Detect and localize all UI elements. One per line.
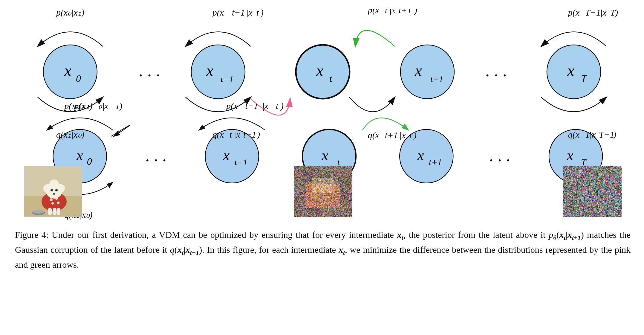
caption-q: q xyxy=(170,245,175,255)
caption-p-theta: p xyxy=(549,230,553,240)
svg-point-24 xyxy=(33,210,45,214)
caption-container: Figure 4: Under our first derivation, a … xyxy=(15,218,631,272)
svg-point-19 xyxy=(49,179,59,189)
noise-canvas xyxy=(563,166,622,217)
label-q-xt+1-xt: q(x xyxy=(368,130,380,140)
label-p-xt-1-xt: p(x xyxy=(212,9,224,18)
text-xt: x xyxy=(316,62,323,80)
svg-rect-15 xyxy=(57,208,60,215)
image-noisy xyxy=(294,166,352,217)
label-q-xT-xT-1-sub2: T−1 xyxy=(599,130,614,139)
label-p-xT-1-xT-sub: T−1 xyxy=(585,9,601,17)
label-p-xt-1-xt-rest: |x xyxy=(246,9,253,17)
svg-rect-14 xyxy=(53,208,56,215)
dots-2: . . . xyxy=(485,61,507,80)
label-q-xt-xt-1-sub2: t−1 xyxy=(243,130,256,139)
arc-q-xt+1-xt-black xyxy=(349,97,395,112)
label-p-xt-xt+1-rest: |x xyxy=(389,9,396,15)
caption-xt-3: x xyxy=(178,245,182,255)
label-p-xT-1-xT-rest: |x xyxy=(600,9,607,17)
text-x0: x xyxy=(64,62,71,80)
svg-point-9 xyxy=(50,198,53,201)
page: x 0 . . . p(x ₀ |x ₁ ) p(x₀|x₁) q(x₁|x₀)… xyxy=(8,78,636,257)
svg-point-12 xyxy=(57,202,60,204)
label-p-xt-1-xt-sub: t−1 xyxy=(232,9,245,17)
label-q-xT-xT-1-rest: |x xyxy=(589,130,596,139)
text-xT-sub: T xyxy=(581,73,587,84)
label-p-xt-xt+1: p(x xyxy=(367,9,380,15)
caption-p-theta-sub: θ xyxy=(553,234,556,241)
caption-xt-4: x xyxy=(339,245,343,255)
text-x0-sub: 0 xyxy=(76,73,81,84)
caption-xt-2: x xyxy=(559,230,564,240)
arc-q-x1-x0 xyxy=(38,97,103,112)
image-dog xyxy=(24,166,82,217)
label-p-xt-xt+1-sub2: t+1 xyxy=(399,9,412,15)
caption-xt-2-sub: t xyxy=(564,234,566,241)
arc-q-xT-xT-1 xyxy=(541,97,606,112)
caption-xt+1-sub: t+1 xyxy=(572,234,581,241)
caption-xt-1-sub: t xyxy=(402,234,403,241)
label-q-xt-xt-1-rest: |x xyxy=(234,130,240,139)
label-q-xt-xt-1-paren: ) xyxy=(256,130,260,140)
diagram-svg-container: x 0 p(x₀|x₁) q(x₁|x₀) . . . x t−1 p(x t−… xyxy=(15,9,631,168)
label-q-xt+1-xt-sub: t+1 xyxy=(385,130,398,140)
label-q-xt+1-xt-paren: ) xyxy=(413,130,417,140)
arc-q-xt-xt-1-black xyxy=(186,97,251,112)
text-xt+1: x xyxy=(414,62,422,80)
label-p-xT-1-xT: p(x xyxy=(567,9,580,18)
label-q-xt+1-xt-rest: |x xyxy=(399,130,406,140)
svg-point-22 xyxy=(53,193,55,195)
label-q-xt+1-xt-sub2: t xyxy=(409,130,412,140)
label-q-xt-xt-1: q(x xyxy=(212,130,224,140)
dog-svg xyxy=(24,166,82,217)
label-q-xt-xt-1-sub: t xyxy=(230,130,232,139)
label-q-xT-xT-1: q(x xyxy=(568,130,580,140)
svg-point-20 xyxy=(51,189,53,191)
svg-point-21 xyxy=(55,189,58,191)
text-xT: x xyxy=(567,62,574,80)
label-p-xt-1-xt-paren: ) xyxy=(260,9,264,18)
label-q-x1-x0: q(x₁|x₀) xyxy=(56,130,84,140)
figure-label: Figure 4: xyxy=(15,230,48,240)
label-p-xt-xt+1-sub: t xyxy=(385,9,388,15)
arc-p-x0-x1 xyxy=(38,32,103,47)
main-diagram-svg: x 0 p(x₀|x₁) q(x₁|x₀) . . . x t−1 p(x t−… xyxy=(15,9,631,168)
text-xt-1-sub: t−1 xyxy=(221,74,234,84)
arc-p-xt-1-xt xyxy=(186,32,251,47)
caption-xt-3-sub: t xyxy=(182,249,184,256)
noisy-canvas xyxy=(294,166,352,217)
caption-text: Figure 4: Under our first derivation, a … xyxy=(15,228,631,272)
label-p-x0-x1: p(x₀|x₁) xyxy=(56,9,84,18)
images-row xyxy=(15,166,631,217)
label-p-xt-xt+1-paren: ) xyxy=(414,9,417,15)
svg-rect-13 xyxy=(48,208,52,215)
text-xt-sub: t xyxy=(329,73,333,84)
text-xt+1-sub: t+1 xyxy=(430,74,443,84)
caption-xt-1-3: x xyxy=(186,245,190,255)
caption-xt-1-3-sub: t−1 xyxy=(190,249,199,256)
arc-p-xt-xt+1-green xyxy=(355,31,395,47)
caption-xt-1: x xyxy=(397,230,402,240)
dots-1: . . . xyxy=(139,61,160,80)
svg-point-11 xyxy=(51,202,54,205)
caption-xt+1: x xyxy=(567,230,572,240)
image-pure-noise xyxy=(563,166,622,217)
arc-q-xt-xt-1-pink xyxy=(251,99,290,115)
text-xt-1: x xyxy=(206,62,213,80)
label-p-xt-1-xt-t: t xyxy=(256,9,259,17)
circle-xt+1 xyxy=(400,45,454,99)
label-q-xT-xT-1-paren: ) xyxy=(613,130,616,140)
arc-p-xT-1-xT xyxy=(541,32,606,47)
circle-xt-1 xyxy=(191,45,245,99)
caption-xt-4-sub: t xyxy=(343,249,345,256)
label-p-xT-1-xT-paren: ) xyxy=(614,9,618,18)
